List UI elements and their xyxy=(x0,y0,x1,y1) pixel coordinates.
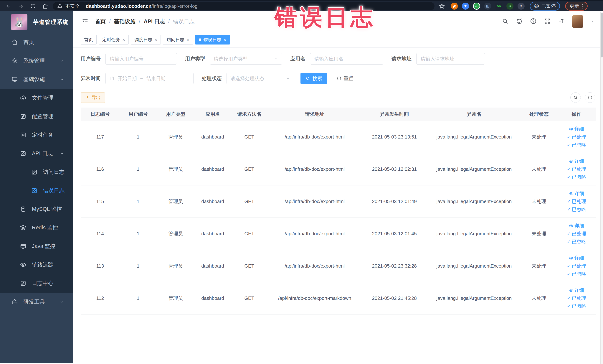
sidebar-logo[interactable]: 🐰 芋道管理系统 xyxy=(0,11,73,33)
sidebar-item-api-log[interactable]: API 日志 xyxy=(0,144,73,163)
user-avatar[interactable] xyxy=(572,15,583,28)
sidebar-item-system[interactable]: 系统管理 xyxy=(0,52,73,70)
cell-operations: 详细 ✓ 已处理 ✓ 已忽略 xyxy=(557,126,596,148)
action-ignored[interactable]: ✓ 已忽略 xyxy=(567,174,586,180)
sidebar-item-config-manage[interactable]: 配置管理 xyxy=(0,107,73,126)
action-ignored[interactable]: ✓ 已忽略 xyxy=(567,206,586,213)
export-button[interactable]: 导出 xyxy=(81,92,105,103)
forward-icon[interactable] xyxy=(16,2,26,10)
breadcrumb-separator: / xyxy=(109,18,111,24)
user-caret-down-icon[interactable] xyxy=(590,19,595,24)
action-processed[interactable]: ✓ 已处理 xyxy=(567,198,586,205)
extension-orange-icon[interactable]: ◉ xyxy=(451,3,458,10)
sidebar-item-java-monitor[interactable]: Java 监控 xyxy=(0,237,73,256)
sidebar-item-dev-tools[interactable]: 研发工具 xyxy=(0,293,73,311)
sidebar-item-home[interactable]: 首页 xyxy=(0,33,73,52)
action-processed[interactable]: ✓ 已处理 xyxy=(567,166,586,172)
breadcrumb-infra[interactable]: 基础设施 xyxy=(114,18,136,25)
browser-menu-icon[interactable] xyxy=(582,4,583,9)
toggle-search-button[interactable] xyxy=(570,92,581,103)
action-detail[interactable]: 详细 xyxy=(569,255,584,261)
sidebar-item-mysql-monitor[interactable]: MySQL 监控 xyxy=(0,200,73,218)
action-detail[interactable]: 详细 xyxy=(569,287,584,294)
process-status-select[interactable]: 请选择处理状态 xyxy=(227,73,294,84)
hamburger-icon[interactable] xyxy=(81,17,89,26)
action-ignored[interactable]: ✓ 已忽略 xyxy=(567,142,586,148)
sidebar-item-label: 研发工具 xyxy=(23,298,45,305)
extension-grid-icon[interactable]: ⊞ xyxy=(484,3,491,10)
scrollbar-thumb[interactable] xyxy=(601,13,603,58)
cell-operations: 详细 ✓ 已处理 ✓ 已忽略 xyxy=(557,287,596,309)
action-processed[interactable]: ✓ 已处理 xyxy=(567,295,586,302)
paused-extension-badge[interactable]: 😆 已暂停 xyxy=(530,2,560,11)
action-processed[interactable]: ✓ 已处理 xyxy=(567,231,586,237)
tab-close-icon[interactable]: × xyxy=(223,37,226,42)
chrome-update-button[interactable]: 更新 xyxy=(565,2,588,11)
extension-puzzle-icon[interactable]: ✦ xyxy=(518,3,525,10)
filter-label-request-url: 请求地址 xyxy=(392,55,412,62)
active-tab-dot xyxy=(199,38,201,41)
action-label: 已忽略 xyxy=(572,206,586,213)
eye-icon xyxy=(569,127,573,131)
sidebar-item-label: Redis 监控 xyxy=(32,224,58,231)
action-ignored[interactable]: ✓ 已忽略 xyxy=(567,303,586,309)
sidebar-item-tracing[interactable]: 链路追踪 xyxy=(0,256,73,274)
sidebar-item-scheduled-jobs[interactable]: 定时任务 xyxy=(0,126,73,144)
timer-icon xyxy=(20,132,26,138)
font-size-icon[interactable] xyxy=(558,18,565,25)
gear-icon xyxy=(12,58,18,64)
user-id-input[interactable] xyxy=(105,53,177,65)
user-type-select[interactable]: 请选择用户类型 xyxy=(210,53,282,65)
search-button[interactable]: 搜索 xyxy=(301,73,327,84)
breadcrumb: 首页 / 基础设施 / API 日志 / 错误日志 xyxy=(95,18,195,25)
cell-process-status: 未处理 xyxy=(521,231,557,237)
exception-time-range-picker[interactable]: 开始日期 ~ 结束日期 xyxy=(105,73,194,84)
tab-close-icon[interactable]: × xyxy=(186,37,189,42)
address-bar[interactable]: 不安全 dashboard.yudao.iocoder.cn/infra/log… xyxy=(53,2,434,10)
bookmark-star-icon[interactable] xyxy=(437,2,447,10)
action-detail[interactable]: 详细 xyxy=(569,126,584,132)
search-icon[interactable] xyxy=(502,18,509,25)
fullscreen-icon[interactable] xyxy=(544,18,551,25)
action-processed[interactable]: ✓ 已处理 xyxy=(567,134,586,140)
help-icon[interactable] xyxy=(530,18,537,25)
action-processed[interactable]: ✓ 已处理 xyxy=(567,263,586,269)
breadcrumb-api-log[interactable]: API 日志 xyxy=(144,18,165,25)
action-ignored[interactable]: ✓ 已忽略 xyxy=(567,271,586,277)
tab-scheduled-jobs[interactable]: 定时任务× xyxy=(99,35,129,45)
sidebar-item-file-manage[interactable]: 文件管理 xyxy=(0,89,73,107)
extension-switch-on-icon[interactable]: on xyxy=(495,3,502,10)
tab-error-log[interactable]: 错误日志× xyxy=(195,35,230,45)
action-ignored[interactable]: ✓ 已忽略 xyxy=(567,238,586,245)
tab-dispatch-log[interactable]: 调度日志× xyxy=(131,35,161,45)
github-icon[interactable] xyxy=(516,18,522,25)
back-icon[interactable] xyxy=(4,2,13,10)
reload-icon[interactable] xyxy=(28,2,38,10)
extension-blue-pin-icon[interactable]: ▼ xyxy=(462,3,469,10)
tab-home[interactable]: 首页 xyxy=(81,35,97,45)
reset-button[interactable]: 重置 xyxy=(332,73,358,84)
sidebar-item-access-log[interactable]: 访问日志 xyxy=(0,163,73,181)
tab-close-icon[interactable]: × xyxy=(122,37,125,42)
tab-close-icon[interactable]: × xyxy=(154,37,157,42)
sidebar-item-redis-monitor[interactable]: Redis 监控 xyxy=(0,218,73,237)
breadcrumb-home[interactable]: 首页 xyxy=(95,18,106,25)
table-row: 112 1 管理员 dashboard GET /api/infra/db-do… xyxy=(81,282,596,315)
omnibox-divider xyxy=(83,4,83,9)
request-url-input[interactable] xyxy=(416,53,485,65)
sidebar-item-error-log[interactable]: 错误日志 xyxy=(0,181,73,200)
sidebar-item-log-center[interactable]: 日志中心 xyxy=(0,274,73,293)
download-icon xyxy=(85,95,90,100)
tab-access-log[interactable]: 访问日志× xyxy=(163,35,193,45)
action-detail[interactable]: 详细 xyxy=(569,223,584,229)
extension-plant-icon[interactable]: ❧ xyxy=(506,3,513,10)
home-icon[interactable] xyxy=(40,2,50,10)
action-detail[interactable]: 详细 xyxy=(569,190,584,197)
action-detail[interactable]: 详细 xyxy=(569,158,584,164)
tab-label: 定时任务 xyxy=(102,37,120,43)
sidebar-item-infra[interactable]: 基础设施 xyxy=(0,70,73,89)
page-scrollbar[interactable] xyxy=(600,12,603,364)
extension-green-v-icon[interactable]: ✓ xyxy=(473,3,480,10)
refresh-table-button[interactable] xyxy=(585,92,595,103)
app-name-input[interactable] xyxy=(310,53,383,65)
